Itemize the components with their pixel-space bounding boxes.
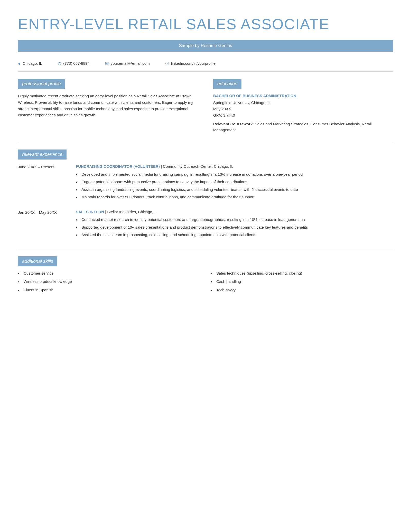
skill-left-3: Fluent in Spanish (18, 287, 200, 293)
skills-right-col: Sales techniques (upselling, cross-selli… (211, 270, 393, 296)
linkedin-icon: ☉ (165, 60, 169, 67)
experience-row-1: June 20XX – Present FUNDRAISING COORDINA… (18, 164, 393, 202)
exp-bullet-1-2: Engage potential donors with persuasive … (76, 179, 393, 185)
education-gpa: GPA: 3.7/4.0 (213, 113, 393, 118)
exp-title-2: SALES INTERN (76, 210, 104, 214)
exp-bullets-1: Developed and implemented social media f… (76, 172, 393, 200)
relevant-experience-section: relevant experience June 20XX – Present … (18, 150, 393, 240)
exp-bullet-2-3: Assisted the sales team in prospecting, … (76, 232, 393, 238)
resume-title: ENTRY-LEVEL RETAIL SALES ASSOCIATE (18, 13, 393, 35)
additional-skills-heading: additional skills (18, 256, 57, 266)
skills-grid: Customer service Wireless product knowle… (18, 270, 393, 296)
exp-bullet-1-3: Assist in organizing fundraising events,… (76, 187, 393, 193)
experience-row-2: Jan 20XX – May 20XX SALES INTERN | Stell… (18, 209, 393, 240)
sample-bar: Sample by Resume Genius (18, 40, 393, 52)
skill-left-2: Wireless product knowledge (18, 279, 200, 285)
education-heading: education (213, 79, 241, 89)
section-divider (18, 142, 393, 142)
exp-detail-2: SALES INTERN | Stellar Industries, Chica… (76, 209, 393, 240)
professional-profile-text: Highly motivated recent graduate seeking… (18, 93, 198, 118)
additional-skills-section: additional skills Customer service Wirel… (18, 256, 393, 296)
education-date: May 20XX (213, 106, 393, 112)
location-icon: ● (18, 60, 21, 67)
skills-divider (18, 249, 393, 249)
exp-bullet-1-1: Developed and implemented social media f… (76, 172, 393, 178)
exp-bullets-2: Conducted market research to identify po… (76, 217, 393, 238)
exp-detail-1: FUNDRAISING COORDINATOR (VOLUNTEER) | Co… (76, 164, 393, 202)
professional-profile-section: professional profile Highly motivated re… (18, 79, 198, 133)
contact-row: ● Chicago, IL ✆ (773) 667-8894 ✉ your.em… (18, 57, 393, 72)
exp-title-1: FUNDRAISING COORDINATOR (VOLUNTEER) (76, 164, 160, 169)
education-school: Springfield University, Chicago, IL (213, 100, 393, 106)
exp-bullet-1-4: Maintain records for over 500 donors, tr… (76, 194, 393, 200)
relevant-experience-heading: relevant experience (18, 150, 67, 160)
professional-profile-heading: professional profile (18, 79, 65, 89)
exp-company-2: | Stellar Industries, Chicago, IL (105, 210, 157, 214)
contact-linkedin: ☉ linkedin.com/in/yourprofile (165, 60, 216, 67)
exp-company-1: | Community Outreach Center, Chicago, IL (161, 164, 233, 169)
coursework-label: Relevant Coursework (213, 122, 253, 126)
education-coursework: Relevant Coursework: Sales and Marketing… (213, 121, 393, 133)
skills-left-col: Customer service Wireless product knowle… (18, 270, 200, 296)
skill-left-1: Customer service (18, 270, 200, 276)
email-icon: ✉ (105, 60, 109, 67)
profile-education-section: professional profile Highly motivated re… (18, 79, 393, 133)
exp-date-1: June 20XX – Present (18, 164, 68, 202)
education-degree: BACHELOR OF BUSINESS ADMINISTRATION (213, 93, 393, 99)
resume-page: ENTRY-LEVEL RETAIL SALES ASSOCIATE Sampl… (0, 0, 411, 532)
education-section: education BACHELOR OF BUSINESS ADMINISTR… (213, 79, 393, 133)
skill-right-3: Tech-savvy (211, 287, 393, 293)
exp-bullet-2-2: Supported development of 10+ sales prese… (76, 225, 393, 230)
phone-icon: ✆ (58, 60, 61, 67)
skill-right-1: Sales techniques (upselling, cross-selli… (211, 270, 393, 276)
exp-bullet-2-1: Conducted market research to identify po… (76, 217, 393, 223)
contact-phone: ✆ (773) 667-8894 (58, 60, 90, 67)
exp-date-2: Jan 20XX – May 20XX (18, 209, 68, 240)
contact-location: ● Chicago, IL (18, 60, 42, 67)
skill-right-2: Cash handling (211, 279, 393, 285)
contact-email: ✉ your.email@email.com (105, 60, 150, 67)
